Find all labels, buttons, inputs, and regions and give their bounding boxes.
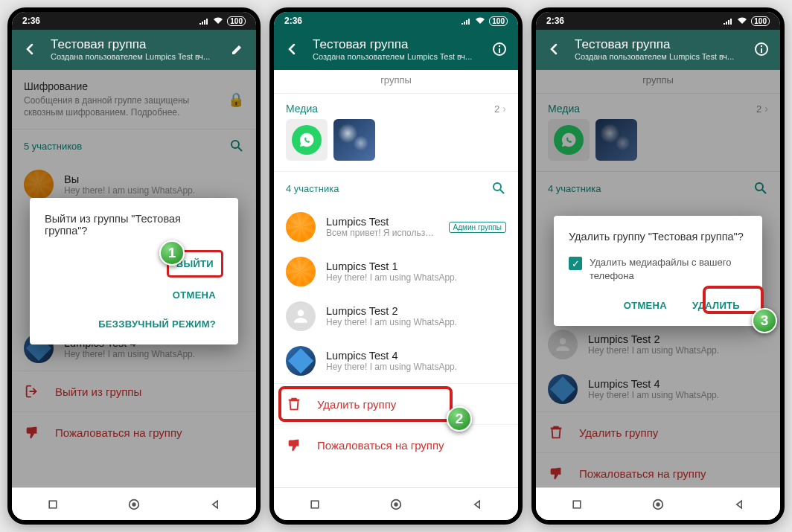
media-count: 2› <box>494 103 506 115</box>
edit-icon[interactable] <box>229 41 246 57</box>
participants-count: 4 участника <box>286 183 339 194</box>
delete-button[interactable]: УДАЛИТЬ <box>685 294 747 317</box>
media-thumb[interactable] <box>333 119 375 161</box>
member-status: Hey there! I am using WhatsApp. <box>326 317 506 327</box>
avatar <box>286 257 316 286</box>
status-time: 2:36 <box>22 16 40 26</box>
info-icon[interactable] <box>753 41 770 57</box>
wifi-icon <box>737 17 747 25</box>
search-icon[interactable] <box>491 181 506 196</box>
status-bar: 2:36 100 <box>12 12 256 30</box>
svg-rect-6 <box>499 48 500 53</box>
header-title: Тестовая группа <box>313 37 479 52</box>
list-item[interactable]: Lumpics Test Всем привет! Я использую Wh… <box>274 205 518 249</box>
step-badge-3: 3 <box>752 308 777 333</box>
trash-icon <box>286 396 302 412</box>
nav-recent-icon[interactable] <box>569 497 584 512</box>
whatsapp-icon <box>292 125 322 155</box>
svg-rect-1 <box>49 501 57 508</box>
svg-rect-8 <box>311 501 319 508</box>
nav-back-icon[interactable] <box>470 497 485 512</box>
media-thumb[interactable] <box>286 119 328 161</box>
thumbs-down-icon <box>286 437 302 453</box>
wifi-icon <box>475 17 485 25</box>
svg-point-12 <box>761 45 762 47</box>
cancel-button[interactable]: ОТМЕНА <box>616 294 674 317</box>
media-label: Медиа <box>286 103 318 115</box>
wifi-icon <box>213 17 223 25</box>
header-title: Тестовая группа <box>575 37 741 52</box>
participants-header: 4 участника <box>274 172 518 205</box>
step-badge-1: 1 <box>159 240 185 266</box>
app-header: Тестовая группа Создана пользователем Lu… <box>274 30 518 70</box>
member-name: Lumpics Test 1 <box>326 260 506 272</box>
nav-home-icon[interactable] <box>389 497 403 512</box>
exit-group-dialog: Выйти из группы "Тестовая группа"? ВЫЙТИ… <box>30 198 238 344</box>
signal-icon <box>461 17 471 25</box>
avatar <box>286 212 316 242</box>
svg-point-7 <box>494 183 501 190</box>
back-icon[interactable] <box>284 41 301 57</box>
status-icons: 100 <box>723 16 770 26</box>
svg-point-3 <box>132 502 135 506</box>
android-navbar <box>12 487 256 520</box>
report-label: Пожаловаться на группу <box>317 439 444 452</box>
dialog-message: Удалить группу "Тестовая группа"? <box>569 231 747 243</box>
svg-point-17 <box>656 502 660 506</box>
header-subtitle: Создана пользователем Lumpics Test вч... <box>575 52 741 61</box>
checkbox-icon: ✓ <box>569 257 582 270</box>
svg-rect-13 <box>761 48 762 53</box>
app-header: Тестовая группа Создана пользователем Lu… <box>536 30 780 70</box>
info-icon[interactable] <box>491 41 508 57</box>
nav-home-icon[interactable] <box>127 497 141 512</box>
nav-back-icon[interactable] <box>732 497 747 512</box>
member-name: Lumpics Test 2 <box>326 305 506 317</box>
dialog-message: Выйти из группы "Тестовая группа"? <box>45 213 223 237</box>
android-navbar <box>536 487 780 520</box>
app-header: Тестовая группа Создана пользователем Lu… <box>12 30 256 70</box>
svg-rect-15 <box>573 501 581 508</box>
media-header[interactable]: Медиа 2› <box>274 94 518 119</box>
nav-recent-icon[interactable] <box>45 497 60 512</box>
media-thumbnails <box>274 119 518 171</box>
header-subtitle: Создана пользователем Lumpics Test вч... <box>51 52 217 61</box>
member-name: Lumpics Test 4 <box>326 350 506 362</box>
svg-point-5 <box>499 45 500 47</box>
signal-icon <box>723 17 733 25</box>
list-item[interactable]: Lumpics Test 1 Hey there! I am using Wha… <box>274 249 518 294</box>
group-info-content: группы Медиа 2› 4 участника Lumpics Test… <box>274 70 518 487</box>
delete-media-checkbox[interactable]: ✓ Удалить медиафайлы с вашего телефона <box>569 256 747 282</box>
header-subtitle: Создана пользователем Lumpics Test вч... <box>313 52 479 61</box>
group-label: группы <box>274 70 518 94</box>
report-group-button[interactable]: Пожаловаться на группу <box>274 424 518 465</box>
cancel-button[interactable]: ОТМЕНА <box>165 283 223 307</box>
checkbox-label: Удалить медиафайлы с вашего телефона <box>590 256 747 282</box>
member-status: Всем привет! Я использую WhatsApp. <box>326 228 438 238</box>
status-time: 2:36 <box>546 16 564 26</box>
list-item[interactable]: Lumpics Test 4 Hey there! I am using Wha… <box>274 339 518 383</box>
avatar <box>286 301 316 331</box>
nav-back-icon[interactable] <box>208 497 223 512</box>
list-item[interactable]: Lumpics Test 2 Hey there! I am using Wha… <box>274 294 518 339</box>
member-status: Hey there! I am using WhatsApp. <box>326 272 506 283</box>
status-bar: 2:36 100 <box>274 12 518 30</box>
status-icons: 100 <box>461 16 508 26</box>
status-bar: 2:36 100 <box>536 12 780 30</box>
android-navbar <box>274 487 518 520</box>
svg-point-10 <box>394 502 397 506</box>
nav-home-icon[interactable] <box>651 497 665 512</box>
delete-group-dialog: Удалить группу "Тестовая группа"? ✓ Удал… <box>554 216 762 326</box>
back-icon[interactable] <box>22 41 39 57</box>
battery-icon: 100 <box>751 16 770 26</box>
mute-button[interactable]: БЕЗЗВУЧНЫЙ РЕЖИМ? <box>91 313 223 336</box>
back-icon[interactable] <box>546 41 563 57</box>
phone-screenshot-3: 2:36 100 Тестовая группа Создана пользов… <box>531 7 785 525</box>
delete-group-button[interactable]: Удалить группу <box>274 383 518 424</box>
member-status: Hey there! I am using WhatsApp. <box>326 362 506 372</box>
status-icons: 100 <box>199 16 246 26</box>
status-time: 2:36 <box>284 16 302 26</box>
battery-icon: 100 <box>227 16 246 26</box>
nav-recent-icon[interactable] <box>307 497 322 512</box>
signal-icon <box>199 17 209 25</box>
delete-label: Удалить группу <box>317 398 396 411</box>
